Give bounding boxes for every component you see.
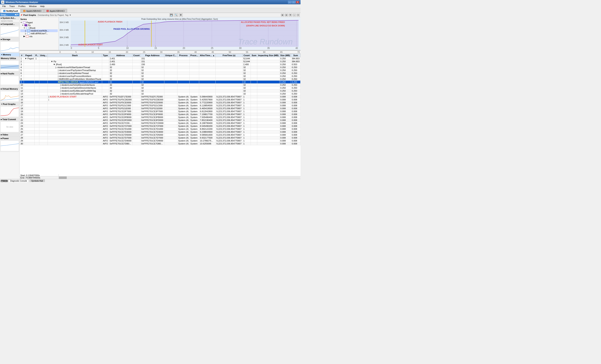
sidebar-item-system-activity[interactable]: ▶ System Act... Generic Events — [0, 16, 19, 22]
expand-paged-icon[interactable]: ▼ — [20, 21, 22, 23]
tab-1[interactable]: 1 NotMyFault — [1, 9, 20, 13]
sidebar-item-memory-util-header[interactable]: Memory Utiliza — [0, 57, 19, 60]
menu-trace[interactable]: Trace — [8, 5, 16, 8]
table-row[interactable]: 12| ntoskrnl.exe!ExAllocatePoolWithTag32… — [20, 90, 301, 92]
th-unique-count[interactable]: Unique C... — [164, 54, 177, 57]
series-row-na[interactable]: ▶ n/a — [20, 35, 58, 38]
bottom-tab-symbols[interactable]: Symbols Hub — [30, 180, 45, 182]
table-row[interactable]: 10| ntoskrnl.exe!IoGetDeviceInterfaces32… — [20, 84, 301, 87]
sidebar-item-memory-header[interactable]: ▼ Memory — [0, 53, 19, 56]
th-process[interactable]: Process — [177, 54, 189, 57]
maximize-button[interactable]: □ — [292, 1, 295, 3]
th-count[interactable]: Count — [132, 54, 140, 57]
table-row[interactable]: 21AIFO0xFFFE701CE3FB0000xFFFE701CE3FB000… — [20, 116, 301, 119]
sidebar-item-hard-faults[interactable]: ▶ Hard Faults — [0, 72, 19, 87]
table-row[interactable]: 22AIFO0xFFFE701CE3FD0000xFFFE701CE3FD000… — [20, 119, 301, 122]
settings-button[interactable]: ⚙ — [179, 13, 183, 17]
table-row[interactable]: 2▼ Pp2,40115152,6440.250384.803 — [20, 60, 301, 63]
sidebar-item-power[interactable]: ▶ Power — [0, 137, 19, 152]
sidebar-item-memory[interactable]: ▼ Memory — [0, 53, 19, 57]
th-uniq[interactable]: Uniq... — [39, 54, 48, 57]
table-row[interactable]: 4|- ntoskrnl.exe!KiStartSystemThread3232… — [20, 66, 301, 69]
sidebar-item-video[interactable]: ▶ Video — [0, 133, 19, 137]
sidebar-item-computational[interactable]: ▶ Computati... — [0, 22, 19, 38]
float-panel-button[interactable]: ⧉ — [289, 14, 292, 16]
table-row[interactable]: 16AIFO0xFFFE701F5CE00000xFFFE701F5CE0000… — [20, 101, 301, 104]
sidebar-item-memory-util[interactable]: Memory Utiliza — [0, 57, 19, 72]
table-row[interactable]: 28AIFO0xFFFE701CE7D70000xFFFE701CE7D7000… — [20, 136, 301, 139]
table-row[interactable]: 14| AUDIO PLAYBACK STARTAIFO0xFFFE701EF1… — [20, 95, 301, 98]
minimize-button[interactable]: ─ — [288, 1, 291, 3]
th-impact-size[interactable]: Impacting Size (MB) — [257, 54, 280, 57]
th-alloc-time[interactable]: AllocTime... ▲ — [199, 54, 215, 57]
series-row-ntdll[interactable]: |- ntdll.dll!RtlUserT... — [20, 32, 58, 35]
th-sum[interactable]: Sum — [251, 54, 257, 57]
th-stack[interactable]: Stack — [48, 54, 102, 57]
sidebar-item-virtual-memory[interactable]: ▶ Virtual Memory — [0, 87, 19, 102]
th-p[interactable]: P... — [35, 54, 39, 57]
sidebar-item-hard-faults-header[interactable]: ▶ Hard Faults — [0, 72, 19, 75]
table-row[interactable]: 19AIFO0xFFFE701CE3F70000xFFFE701CE3F7000… — [20, 110, 301, 113]
table-row[interactable]: 26AIFO0xFFFE701CE7D30000xFFFE701CE7D3000… — [20, 131, 301, 133]
th-count2[interactable]: Count — [242, 54, 251, 57]
sidebar-item-total-commit-header[interactable]: ▶ Total Commit — [0, 118, 19, 121]
table-row[interactable]: 23AIFO0xFFFE701CE7CD0...0xFFFE701CE7CD00… — [20, 122, 301, 125]
hscrollbar-thumb[interactable] — [59, 177, 67, 179]
table-row[interactable]: 9IMPACTING DRIVER AppleUSBVHCI.sys!32323… — [20, 81, 301, 84]
table-row[interactable]: 13| ntoskrnl.exe!ExAllocateHeapPool32323… — [20, 92, 301, 95]
maximize-panel-button[interactable]: ⊞ — [281, 14, 284, 16]
sidebar-item-storage-header[interactable]: ▶ Storage — [0, 38, 19, 41]
tab-2[interactable]: 2 AppleUSBVHCI — [21, 9, 44, 13]
tab-3[interactable]: 3 AppleUSBVHCI — [44, 9, 67, 13]
close-button[interactable]: ✕ — [296, 1, 299, 3]
table-row[interactable]: 1▼ Paged12,40115152,6440.250384.803 — [20, 57, 301, 60]
close-panel-button[interactable]: ✕ — [297, 14, 300, 16]
sidebar-item-storage[interactable]: ▶ Storage — [0, 38, 19, 53]
sidebar-item-pool-graphs-header[interactable]: ▼ Pool Graphs — [0, 102, 19, 106]
pin-panel-button[interactable]: ─ — [293, 14, 296, 16]
table-row[interactable]: 20AIFO0xFFFE701CE3F90000xFFFE701CE3F9000… — [20, 113, 301, 116]
bottom-graphs-indicator[interactable]: ▶ ‖ 50 — [1, 180, 8, 182]
table-row[interactable]: 29AIFO0xFFFE701CE7D90000xFFFE701CE7D9000… — [20, 139, 301, 142]
th-free-time[interactable]: FreeTime (s) — [216, 54, 242, 57]
menu-window[interactable]: Window — [27, 5, 38, 8]
th-type[interactable]: Type — [102, 54, 109, 57]
panel-pin-icon[interactable]: 📌 — [20, 14, 22, 16]
sidebar-item-power-header[interactable]: ▶ Power — [0, 137, 19, 140]
table-row[interactable]: 25AIFO0xFFFE701CE7D10000xFFFE701CE7D1000… — [20, 128, 301, 131]
sidebar-item-computational-header[interactable]: ▶ Computati... — [0, 22, 19, 26]
sidebar-item-total-commit[interactable]: ▶ Total Commit No data — [0, 118, 19, 133]
table-row[interactable]: 15|AIFO0xFFFE701F5CDE0000xFFFE701F5CDE00… — [20, 98, 301, 101]
table-row[interactable]: 8| Wdf01000.sys!FxWorkItem::WorkItemThun… — [20, 78, 301, 81]
table-row[interactable]: 17AIFO0xFFFE701F521C0000xFFFE701F521C000… — [20, 104, 301, 107]
tile-panel-button[interactable]: ⊟ — [285, 14, 288, 16]
sidebar-item-system-activity-header[interactable]: ▶ System Act... — [0, 16, 19, 20]
table-row[interactable]: 7| ntoskrnl.exe!IopProcessWorkItem323232… — [20, 75, 301, 78]
data-table-container[interactable]: # Paged P... Uniq... Stack Type Address … — [20, 54, 300, 176]
bottom-hscroll[interactable]: Start: 0.130407000s End: 74.888794600s D… — [20, 176, 300, 179]
th-size-mb[interactable]: Size (MB) — [279, 54, 291, 57]
table-row[interactable]: 5| ntoskrnl.exe!PspSystemThreadStartup32… — [20, 69, 301, 72]
expand-root-icon[interactable]: ▼ — [23, 27, 25, 29]
table-row[interactable]: 24AIFO0xFFFE701CE7CF0000xFFFE701CE7CF000… — [20, 125, 301, 128]
sidebar-item-virtual-memory-header[interactable]: ▶ Virtual Memory — [0, 87, 19, 91]
search-button[interactable]: 🔍 — [174, 13, 178, 17]
table-row[interactable]: 18AIFO0xFFFE701F521E0000xFFFE701F521E000… — [20, 107, 301, 110]
table-row[interactable]: 11| ntoskrnl.exe!IopGetDeviceInterfaces3… — [20, 87, 301, 90]
table-row[interactable]: 6| ntoskrnl.exe!ExpWorkerThread3232320.2… — [20, 72, 301, 75]
save-button[interactable]: 💾 — [170, 13, 173, 17]
hscrollbar-track[interactable] — [59, 177, 300, 179]
th-address[interactable]: Address — [109, 54, 132, 57]
series-row-pp[interactable]: ▼ Pp — [20, 24, 58, 27]
table-row[interactable]: 30AIFO0xFFFE701CE7DB0...0xFFFE701CE7DB0.… — [20, 142, 301, 145]
series-row-ntoskrnl[interactable]: |- ntoskrnl.exe!KiSt... — [20, 29, 58, 32]
series-row-root[interactable]: ▼ [Root] — [20, 27, 58, 29]
th-size-sum[interactable]: Sum — [291, 54, 300, 57]
table-row[interactable]: 27AIFO0xFFFE701CE7D50000xFFFE701CE7D5000… — [20, 133, 301, 136]
menu-file[interactable]: File — [1, 5, 7, 8]
th-proc-name[interactable]: Proce... — [190, 54, 199, 57]
bottom-tab-diagnostic[interactable]: Diagnostic Console — [8, 180, 29, 182]
expand-pp-icon[interactable]: ▼ — [22, 24, 24, 26]
series-row-paged[interactable]: ▼ Paged — [20, 21, 58, 24]
menu-profiles[interactable]: Profiles — [17, 5, 27, 8]
